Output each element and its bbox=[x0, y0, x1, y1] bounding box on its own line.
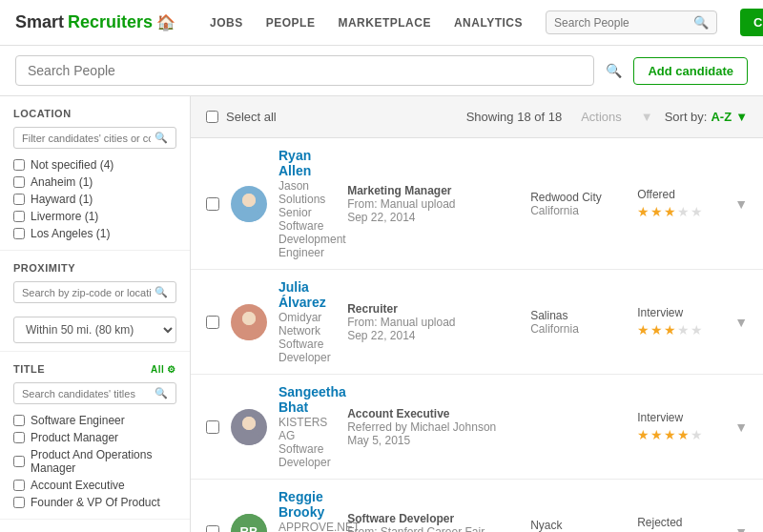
sidebar: Location 🔍 Not specified (4) Anaheim (1)… bbox=[0, 96, 191, 532]
nav-jobs[interactable]: Jobs bbox=[210, 16, 243, 30]
table-row[interactable]: Sangeetha Bhat KISTERS AG Software Devel… bbox=[191, 375, 763, 480]
table-row[interactable]: Julia Álvarez Omidyar Network Software D… bbox=[191, 270, 763, 375]
title-checkbox-product-ops[interactable] bbox=[13, 456, 25, 467]
title-item-account-executive[interactable]: Account Executive bbox=[13, 477, 176, 494]
search-icon: 🔍 bbox=[155, 132, 168, 144]
star-filled: ★ bbox=[650, 427, 663, 442]
svg-point-10 bbox=[242, 417, 256, 430]
candidate-job-title: Account Executive bbox=[347, 407, 519, 420]
candidate-checkbox[interactable] bbox=[206, 525, 219, 533]
location-item-hayward[interactable]: Hayward (1) bbox=[13, 191, 176, 208]
divider: ▼ bbox=[641, 110, 653, 124]
candidate-company: Jason Solutions bbox=[278, 179, 336, 206]
title-item-software-engineer[interactable]: Software Engineer bbox=[13, 412, 176, 429]
proximity-select[interactable]: Within 50 mi. (80 km) bbox=[13, 317, 176, 343]
location-checkbox-livermore[interactable] bbox=[13, 211, 25, 222]
candidate-job-date: Sep 22, 2014 bbox=[347, 211, 519, 224]
expand-icon[interactable]: ▼ bbox=[734, 524, 748, 533]
location-search-input[interactable] bbox=[22, 133, 151, 144]
table-row[interactable]: Ryan Allen Jason Solutions Senior Softwa… bbox=[191, 138, 763, 270]
table-row[interactable]: RB Reggie Brooky APPROVE.NET Senior Soft… bbox=[191, 480, 763, 532]
select-all-checkbox[interactable] bbox=[206, 111, 218, 123]
candidate-location: Redwood City California bbox=[530, 191, 626, 217]
candidate-location-state: California bbox=[530, 204, 626, 217]
candidate-job: Software Developer From: Stanford Career… bbox=[347, 512, 519, 533]
star-filled: ★ bbox=[637, 204, 650, 219]
location-filter-search[interactable]: 🔍 bbox=[13, 127, 176, 149]
candidate-name: Julia Álvarez bbox=[278, 279, 336, 310]
expand-icon[interactable]: ▼ bbox=[734, 196, 748, 212]
proximity-search[interactable]: 🔍 bbox=[13, 281, 176, 303]
candidate-name: Sangeetha Bhat bbox=[278, 384, 336, 415]
candidate-role: Software Developer bbox=[278, 338, 336, 364]
svg-point-4 bbox=[242, 194, 256, 207]
title-search-input[interactable] bbox=[22, 388, 151, 399]
candidate-info: Julia Álvarez Omidyar Network Software D… bbox=[278, 279, 336, 364]
nav-search-box[interactable]: 🔍 bbox=[546, 10, 717, 34]
logo: SmartRecruiters 🏠 bbox=[15, 12, 175, 32]
add-candidate-button[interactable]: Add candidate bbox=[633, 57, 748, 85]
candidate-checkbox[interactable] bbox=[206, 197, 219, 211]
sidebar-proximity-section: Proximity 🔍 Within 50 mi. (80 km) bbox=[0, 251, 190, 352]
title-item-founder-vp[interactable]: Founder & VP Of Product bbox=[13, 494, 176, 511]
actions-button[interactable]: Actions bbox=[573, 106, 629, 128]
expand-icon[interactable]: ▼ bbox=[734, 315, 748, 330]
location-checkbox-hayward[interactable] bbox=[13, 194, 25, 205]
candidate-status-col: Interview ★★★★★ bbox=[637, 306, 723, 338]
candidate-job-title: Recruiter bbox=[347, 302, 519, 316]
nav-marketplace[interactable]: Marketplace bbox=[338, 16, 431, 30]
showing-count: Showing 18 of 18 bbox=[466, 110, 562, 124]
title-filter-search[interactable]: 🔍 bbox=[13, 382, 176, 404]
select-all-row: Select all bbox=[206, 110, 277, 124]
people-search-row: 🔍 Add candidate bbox=[0, 46, 763, 96]
title-checkbox-software-engineer[interactable] bbox=[13, 415, 25, 426]
location-item-anaheim[interactable]: Anaheim (1) bbox=[13, 174, 176, 191]
top-nav: SmartRecruiters 🏠 Jobs People Marketplac… bbox=[0, 0, 763, 46]
nav-search-input[interactable] bbox=[554, 16, 688, 30]
candidate-checkbox[interactable] bbox=[206, 316, 219, 329]
star-empty: ★ bbox=[677, 322, 690, 338]
status-badge: Rejected bbox=[637, 516, 723, 529]
avatar bbox=[231, 304, 267, 340]
avatar bbox=[231, 186, 267, 222]
expand-icon[interactable]: ▼ bbox=[734, 419, 748, 435]
sort-button[interactable]: Sort by: A-Z ▼ bbox=[665, 110, 748, 124]
candidate-status-col: Interview ★★★★★ bbox=[637, 411, 723, 442]
title-checkbox-product-manager[interactable] bbox=[13, 432, 25, 443]
location-item-los-angeles[interactable]: Los Angeles (1) bbox=[13, 225, 176, 242]
people-search-input[interactable] bbox=[15, 55, 594, 86]
candidate-job-source: From: Manual upload bbox=[347, 197, 519, 211]
candidate-location: Salinas California bbox=[530, 309, 626, 336]
title-item-product-ops[interactable]: Product And Operations Manager bbox=[13, 446, 176, 477]
candidate-checkbox[interactable] bbox=[206, 420, 219, 434]
title-checkbox-account-executive[interactable] bbox=[13, 480, 25, 491]
svg-point-9 bbox=[237, 432, 261, 445]
location-checkbox-los-angeles[interactable] bbox=[13, 228, 25, 239]
location-item-not-specified[interactable]: Not specified (4) bbox=[13, 156, 176, 174]
location-item-livermore[interactable]: Livermore (1) bbox=[13, 208, 176, 225]
nav-analytics[interactable]: Analytics bbox=[454, 16, 523, 30]
nav-people[interactable]: People bbox=[266, 16, 316, 30]
location-checkbox-anaheim[interactable] bbox=[13, 176, 25, 188]
location-checkbox-not-specified[interactable] bbox=[13, 159, 25, 171]
status-badge: Interview bbox=[637, 306, 723, 319]
create-job-button[interactable]: Create a Job bbox=[740, 9, 763, 36]
candidate-company: APPROVE.NET bbox=[278, 521, 336, 532]
svg-point-3 bbox=[237, 209, 261, 222]
candidate-job: Recruiter From: Manual upload Sep 22, 20… bbox=[347, 302, 519, 342]
title-item-product-manager[interactable]: Product Manager bbox=[13, 429, 176, 446]
candidate-location-state: California bbox=[530, 322, 626, 336]
title-section-title: Title All ⚙ bbox=[13, 363, 176, 375]
candidate-job-title: Software Developer bbox=[347, 512, 519, 525]
sidebar-title-section: Title All ⚙ 🔍 Software Engineer Product … bbox=[0, 352, 190, 520]
avatar bbox=[231, 409, 267, 445]
candidate-company: Omidyar Network bbox=[278, 311, 336, 338]
home-icon[interactable]: 🏠 bbox=[156, 13, 175, 31]
title-checkbox-founder-vp[interactable] bbox=[13, 497, 25, 508]
title-all-link[interactable]: All ⚙ bbox=[151, 364, 176, 375]
candidate-job-source: Referred by Michael Johnson bbox=[347, 420, 519, 434]
proximity-search-input[interactable] bbox=[22, 287, 151, 298]
star-filled: ★ bbox=[677, 427, 690, 442]
candidate-role: Software Developer bbox=[278, 442, 336, 469]
content-header: Select all Showing 18 of 18 Actions ▼ So… bbox=[191, 96, 763, 138]
